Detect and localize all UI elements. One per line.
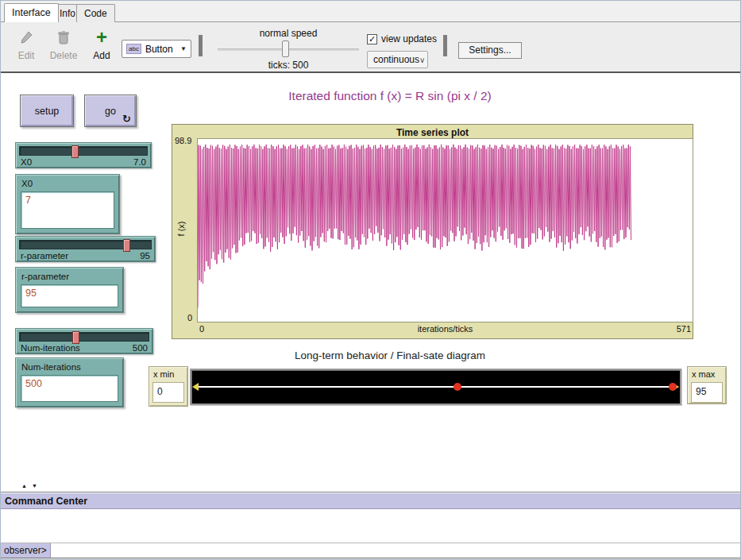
setup-button-label: setup: [35, 106, 60, 117]
x0-slider[interactable]: X0 7.0: [15, 142, 152, 168]
x0-slider-value: 7.0: [133, 157, 146, 167]
widget-type-label: Button: [145, 44, 173, 55]
r-parameter-input-field[interactable]: 95: [21, 284, 118, 307]
chevron-down-icon: ▼: [180, 45, 187, 52]
setup-button[interactable]: setup: [20, 95, 74, 127]
delete-label: Delete: [46, 50, 81, 61]
observer-prompt: observer>: [1, 543, 51, 558]
plus-icon: +: [96, 29, 107, 46]
x-max-field[interactable]: 95: [691, 382, 723, 403]
final-state-axis-line: [194, 386, 677, 388]
time-series-polyline: [198, 145, 631, 308]
arrow-left-icon: [192, 383, 199, 391]
settings-button[interactable]: Settings...: [458, 42, 522, 59]
tab-code[interactable]: Code: [76, 4, 115, 22]
r-parameter-input-widget: r-parameter 95: [15, 267, 124, 313]
y-axis-min: 0: [187, 313, 192, 322]
x0-input-widget: X0 7: [15, 174, 120, 234]
go-button-label: go: [105, 106, 116, 117]
command-center-title: Command Center: [1, 493, 741, 509]
final-state-heading: Long-term behavior / Final-sate diagram: [152, 350, 628, 361]
view-updates-label: view updates: [381, 33, 437, 44]
x0-input-label: X0: [21, 179, 33, 188]
x-max-widget: x max 95: [687, 366, 727, 404]
x-max-label: x max: [692, 369, 715, 379]
edit-button[interactable]: Edit: [9, 27, 44, 61]
x0-slider-label: X0: [21, 157, 32, 167]
r-parameter-slider-value: 95: [140, 251, 150, 261]
netlogo-window: Interface Info Code Edit Delete + Add ab…: [0, 0, 741, 560]
num-iterations-slider-value: 500: [133, 343, 148, 353]
x0-slider-track[interactable]: [19, 146, 148, 156]
num-iterations-input-widget: Num-iterations 500: [15, 357, 124, 407]
update-mode-value: continuous: [373, 54, 419, 65]
pencil-icon: [9, 27, 44, 48]
final-state-point: [669, 383, 677, 391]
num-iterations-input-field[interactable]: 500: [21, 375, 118, 402]
add-button[interactable]: + Add: [84, 27, 119, 61]
toolbar: Edit Delete + Add abc Button ▼ normal sp…: [1, 22, 741, 73]
tab-interface[interactable]: Interface: [4, 3, 59, 22]
ticks-counter: ticks: 500: [218, 60, 359, 71]
model-heading: Iterated function f (x) = R sin (pi x / …: [128, 89, 652, 103]
y-axis-max: 98.9: [175, 136, 191, 145]
speed-slider-thumb[interactable]: [282, 41, 289, 57]
plot-title: Time series plot: [172, 127, 693, 138]
command-center: Command Center observer>: [1, 492, 741, 560]
num-iterations-slider-track[interactable]: [19, 332, 149, 342]
x-axis-max: 571: [677, 324, 691, 334]
x-min-label: x min: [153, 369, 174, 379]
r-parameter-slider-track[interactable]: [19, 240, 152, 249]
speed-label: normal speed: [218, 28, 359, 39]
trash-icon: [46, 27, 81, 48]
final-state-view: [190, 369, 681, 405]
r-parameter-slider-label: r-parameter: [21, 251, 68, 261]
toolbar-separator: [443, 35, 447, 56]
view-updates-checkbox[interactable]: ✓: [367, 34, 377, 44]
num-iterations-slider[interactable]: Num-iterations 500: [15, 328, 153, 354]
plot-area: [197, 138, 693, 322]
time-series-plot-widget: Time series plot 98.9 f (x) 0 0 iteratio…: [172, 124, 693, 339]
r-parameter-slider[interactable]: r-parameter 95: [15, 236, 156, 262]
chevron-down-icon: ∨: [419, 56, 425, 64]
final-state-point: [453, 383, 461, 391]
x-min-widget: x min 0: [149, 366, 188, 407]
delete-button[interactable]: Delete: [46, 27, 81, 61]
add-label: Add: [84, 50, 119, 61]
tab-bar: Interface Info Code: [1, 1, 741, 22]
button-widget-icon: abc: [126, 44, 141, 54]
x-axis-label: iterations/ticks: [197, 324, 693, 334]
edit-label: Edit: [9, 50, 44, 61]
x0-slider-thumb[interactable]: [71, 145, 79, 158]
command-input[interactable]: [51, 543, 741, 558]
forever-icon: ↻: [122, 113, 131, 125]
toolbar-separator: [199, 35, 203, 56]
x0-input-field[interactable]: 7: [21, 191, 114, 229]
num-iterations-input-label: Num-iterations: [21, 362, 81, 372]
command-center-splitter[interactable]: ▲▼: [21, 483, 42, 489]
interface-canvas: setup go ↻ Iterated function f (x) = R s…: [1, 73, 741, 492]
widget-type-dropdown[interactable]: abc Button ▼: [122, 40, 191, 58]
r-parameter-slider-thumb[interactable]: [123, 239, 130, 252]
r-parameter-input-label: r-parameter: [21, 272, 69, 281]
num-iterations-slider-thumb[interactable]: [72, 331, 79, 344]
update-mode-dropdown[interactable]: continuous ∨: [367, 51, 428, 68]
command-center-output: [1, 510, 741, 543]
y-axis-label: f (x): [176, 213, 186, 245]
num-iterations-slider-label: Num-iterations: [21, 343, 80, 353]
x-min-field[interactable]: 0: [152, 382, 184, 403]
